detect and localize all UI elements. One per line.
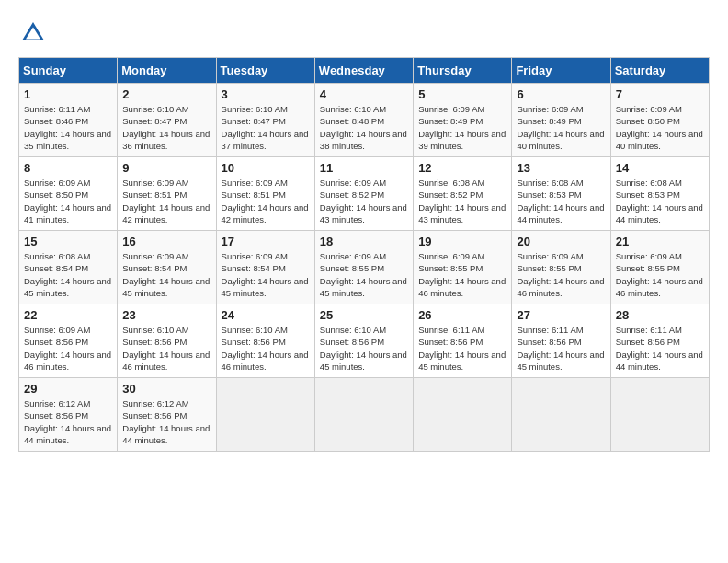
day-number: 13 xyxy=(517,161,605,175)
day-info: Sunrise: 6:10 AM Sunset: 8:47 PM Dayligh… xyxy=(122,103,210,152)
day-info: Sunrise: 6:10 AM Sunset: 8:48 PM Dayligh… xyxy=(320,103,408,152)
day-info: Sunrise: 6:09 AM Sunset: 8:52 PM Dayligh… xyxy=(320,177,408,225)
day-info: Sunrise: 6:09 AM Sunset: 8:54 PM Dayligh… xyxy=(222,250,310,299)
calendar-cell: 23 Sunrise: 6:10 AM Sunset: 8:56 PM Dayl… xyxy=(118,304,216,378)
day-number: 25 xyxy=(320,308,408,322)
calendar-cell: 4 Sunrise: 6:10 AM Sunset: 8:48 PM Dayli… xyxy=(314,84,413,157)
day-number: 27 xyxy=(517,308,605,322)
day-number: 12 xyxy=(418,161,506,175)
day-info: Sunrise: 6:11 AM Sunset: 8:56 PM Dayligh… xyxy=(418,324,506,373)
calendar-cell: 1 Sunrise: 6:11 AM Sunset: 8:46 PM Dayli… xyxy=(19,84,118,157)
day-number: 26 xyxy=(418,308,506,322)
calendar-cell: 20 Sunrise: 6:09 AM Sunset: 8:55 PM Dayl… xyxy=(512,231,610,304)
day-number: 16 xyxy=(122,235,210,248)
day-number: 22 xyxy=(24,308,112,322)
day-info: Sunrise: 6:11 AM Sunset: 8:56 PM Dayligh… xyxy=(517,324,605,373)
calendar-week-row: 29 Sunrise: 6:12 AM Sunset: 8:56 PM Dayl… xyxy=(19,378,710,452)
column-header-friday: Friday xyxy=(512,58,610,84)
calendar-cell: 12 Sunrise: 6:08 AM Sunset: 8:52 PM Dayl… xyxy=(414,157,512,231)
calendar-cell: 22 Sunrise: 6:09 AM Sunset: 8:56 PM Dayl… xyxy=(19,304,118,378)
calendar-week-row: 22 Sunrise: 6:09 AM Sunset: 8:56 PM Dayl… xyxy=(19,304,710,378)
day-info: Sunrise: 6:09 AM Sunset: 8:49 PM Dayligh… xyxy=(418,103,506,152)
calendar-cell xyxy=(610,378,709,452)
calendar-cell: 21 Sunrise: 6:09 AM Sunset: 8:55 PM Dayl… xyxy=(610,231,709,304)
calendar-cell: 30 Sunrise: 6:12 AM Sunset: 8:56 PM Dayl… xyxy=(118,378,216,452)
calendar-week-row: 8 Sunrise: 6:09 AM Sunset: 8:50 PM Dayli… xyxy=(19,157,710,231)
day-number: 20 xyxy=(517,235,605,248)
day-number: 29 xyxy=(24,382,112,396)
day-info: Sunrise: 6:09 AM Sunset: 8:49 PM Dayligh… xyxy=(517,103,605,152)
day-number: 6 xyxy=(517,87,605,101)
day-number: 10 xyxy=(222,161,310,175)
day-info: Sunrise: 6:08 AM Sunset: 8:52 PM Dayligh… xyxy=(418,177,506,225)
day-info: Sunrise: 6:12 AM Sunset: 8:56 PM Dayligh… xyxy=(24,397,112,446)
column-header-thursday: Thursday xyxy=(414,58,512,84)
page-header xyxy=(18,18,710,48)
day-info: Sunrise: 6:10 AM Sunset: 8:56 PM Dayligh… xyxy=(320,324,408,373)
day-info: Sunrise: 6:09 AM Sunset: 8:50 PM Dayligh… xyxy=(24,177,112,225)
calendar-cell: 29 Sunrise: 6:12 AM Sunset: 8:56 PM Dayl… xyxy=(19,378,118,452)
day-number: 9 xyxy=(122,161,210,175)
day-info: Sunrise: 6:09 AM Sunset: 8:55 PM Dayligh… xyxy=(517,250,605,299)
calendar-cell: 17 Sunrise: 6:09 AM Sunset: 8:54 PM Dayl… xyxy=(216,231,314,304)
calendar-cell: 28 Sunrise: 6:11 AM Sunset: 8:56 PM Dayl… xyxy=(610,304,709,378)
calendar-cell: 19 Sunrise: 6:09 AM Sunset: 8:55 PM Dayl… xyxy=(414,231,512,304)
day-number: 15 xyxy=(24,235,112,248)
day-number: 8 xyxy=(24,161,112,175)
column-header-monday: Monday xyxy=(118,58,216,84)
calendar-cell xyxy=(314,378,413,452)
day-info: Sunrise: 6:09 AM Sunset: 8:50 PM Dayligh… xyxy=(616,103,704,152)
day-info: Sunrise: 6:09 AM Sunset: 8:55 PM Dayligh… xyxy=(320,250,408,299)
day-info: Sunrise: 6:09 AM Sunset: 8:56 PM Dayligh… xyxy=(24,324,112,373)
day-number: 5 xyxy=(418,87,506,101)
calendar-cell: 25 Sunrise: 6:10 AM Sunset: 8:56 PM Dayl… xyxy=(314,304,413,378)
day-number: 2 xyxy=(122,87,210,101)
calendar-cell: 6 Sunrise: 6:09 AM Sunset: 8:49 PM Dayli… xyxy=(512,84,610,157)
day-number: 18 xyxy=(320,235,408,248)
day-info: Sunrise: 6:09 AM Sunset: 8:55 PM Dayligh… xyxy=(418,250,506,299)
day-info: Sunrise: 6:09 AM Sunset: 8:51 PM Dayligh… xyxy=(222,177,310,225)
day-number: 17 xyxy=(222,235,310,248)
calendar-cell: 26 Sunrise: 6:11 AM Sunset: 8:56 PM Dayl… xyxy=(414,304,512,378)
calendar-cell xyxy=(216,378,314,452)
logo-icon xyxy=(18,18,48,48)
calendar-cell: 24 Sunrise: 6:10 AM Sunset: 8:56 PM Dayl… xyxy=(216,304,314,378)
logo xyxy=(18,18,51,48)
day-info: Sunrise: 6:09 AM Sunset: 8:55 PM Dayligh… xyxy=(616,250,704,299)
day-number: 3 xyxy=(222,87,310,101)
calendar-cell: 10 Sunrise: 6:09 AM Sunset: 8:51 PM Dayl… xyxy=(216,157,314,231)
day-number: 19 xyxy=(418,235,506,248)
day-number: 28 xyxy=(616,308,704,322)
calendar-week-row: 1 Sunrise: 6:11 AM Sunset: 8:46 PM Dayli… xyxy=(19,84,710,157)
calendar-cell: 9 Sunrise: 6:09 AM Sunset: 8:51 PM Dayli… xyxy=(118,157,216,231)
day-number: 4 xyxy=(320,87,408,101)
day-info: Sunrise: 6:10 AM Sunset: 8:47 PM Dayligh… xyxy=(222,103,310,152)
day-number: 30 xyxy=(122,382,210,396)
day-number: 14 xyxy=(616,161,704,175)
column-header-tuesday: Tuesday xyxy=(216,58,314,84)
day-number: 24 xyxy=(222,308,310,322)
day-info: Sunrise: 6:11 AM Sunset: 8:46 PM Dayligh… xyxy=(24,103,112,152)
column-header-wednesday: Wednesday xyxy=(314,58,413,84)
day-number: 11 xyxy=(320,161,408,175)
column-header-saturday: Saturday xyxy=(610,58,709,84)
calendar-cell: 5 Sunrise: 6:09 AM Sunset: 8:49 PM Dayli… xyxy=(414,84,512,157)
calendar-cell: 18 Sunrise: 6:09 AM Sunset: 8:55 PM Dayl… xyxy=(314,231,413,304)
day-info: Sunrise: 6:10 AM Sunset: 8:56 PM Dayligh… xyxy=(222,324,310,373)
calendar-cell: 2 Sunrise: 6:10 AM Sunset: 8:47 PM Dayli… xyxy=(118,84,216,157)
calendar-cell: 27 Sunrise: 6:11 AM Sunset: 8:56 PM Dayl… xyxy=(512,304,610,378)
day-number: 21 xyxy=(616,235,704,248)
calendar-cell: 14 Sunrise: 6:08 AM Sunset: 8:53 PM Dayl… xyxy=(610,157,709,231)
calendar-week-row: 15 Sunrise: 6:08 AM Sunset: 8:54 PM Dayl… xyxy=(19,231,710,304)
day-number: 23 xyxy=(122,308,210,322)
day-number: 7 xyxy=(616,87,704,101)
calendar-cell: 13 Sunrise: 6:08 AM Sunset: 8:53 PM Dayl… xyxy=(512,157,610,231)
day-info: Sunrise: 6:10 AM Sunset: 8:56 PM Dayligh… xyxy=(122,324,210,373)
calendar-cell xyxy=(512,378,610,452)
calendar-cell: 16 Sunrise: 6:09 AM Sunset: 8:54 PM Dayl… xyxy=(118,231,216,304)
calendar-cell: 15 Sunrise: 6:08 AM Sunset: 8:54 PM Dayl… xyxy=(19,231,118,304)
day-info: Sunrise: 6:08 AM Sunset: 8:54 PM Dayligh… xyxy=(24,250,112,299)
day-info: Sunrise: 6:12 AM Sunset: 8:56 PM Dayligh… xyxy=(122,397,210,446)
day-number: 1 xyxy=(24,87,112,101)
day-info: Sunrise: 6:08 AM Sunset: 8:53 PM Dayligh… xyxy=(616,177,704,225)
